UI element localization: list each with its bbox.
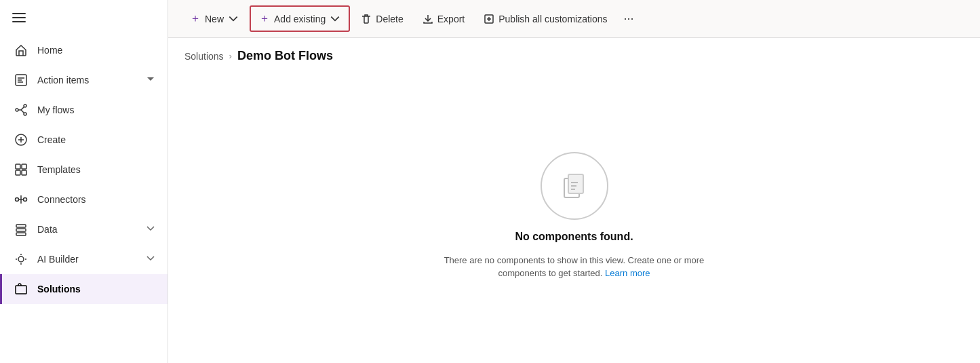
no-components-icon [557, 169, 591, 203]
empty-state: No components found. There are no compon… [168, 69, 980, 363]
sidebar-item-action-items[interactable]: Action items [0, 65, 168, 95]
svg-rect-9 [22, 164, 26, 169]
delete-label: Delete [376, 14, 403, 24]
hamburger-menu[interactable] [0, 0, 168, 35]
export-icon [423, 14, 433, 24]
learn-more-link[interactable]: Learn more [605, 268, 650, 278]
svg-rect-16 [16, 233, 26, 235]
export-label: Export [437, 14, 465, 24]
export-button[interactable]: Export [414, 9, 473, 29]
toolbar: ＋ New ＋ Add existing Delete Export [168, 0, 980, 38]
empty-state-icon-circle [541, 152, 608, 220]
svg-point-13 [24, 198, 27, 202]
sidebar-item-solutions[interactable]: Solutions [0, 274, 168, 304]
plus-icon: ＋ [190, 12, 201, 26]
publish-icon [484, 14, 494, 24]
breadcrumb-current: Demo Bot Flows [237, 49, 333, 63]
new-button[interactable]: ＋ New [182, 7, 247, 31]
svg-rect-11 [22, 170, 26, 175]
action-items-icon [14, 73, 28, 87]
home-icon [14, 43, 28, 57]
sidebar: Home Action items My flows [0, 0, 168, 363]
breadcrumb-separator: › [229, 51, 232, 61]
chevron-down-icon [146, 75, 155, 86]
sidebar-item-connectors[interactable]: Connectors [0, 185, 168, 214]
breadcrumb-solutions-link[interactable]: Solutions [184, 51, 224, 62]
chevron-down-icon [146, 224, 155, 235]
new-button-label: New [205, 14, 224, 24]
svg-rect-1 [12, 17, 26, 18]
ai-builder-icon [14, 252, 28, 266]
empty-state-subtitle-text: There are no components to show in this … [444, 255, 705, 279]
svg-point-6 [24, 113, 26, 115]
sidebar-item-my-flows[interactable]: My flows [0, 95, 168, 125]
flows-icon [14, 103, 28, 117]
add-existing-button[interactable]: ＋ Add existing [250, 5, 350, 32]
delete-icon [361, 14, 372, 24]
sidebar-item-templates-label: Templates [37, 164, 81, 175]
main-content: ＋ New ＋ Add existing Delete Export [168, 0, 980, 363]
svg-rect-14 [16, 225, 26, 227]
sidebar-item-my-flows-label: My flows [37, 104, 74, 115]
chevron-down-icon [228, 14, 239, 24]
svg-rect-0 [12, 13, 26, 14]
chevron-down-icon [146, 254, 155, 265]
publish-label: Publish all customizations [498, 14, 607, 24]
add-existing-label: Add existing [274, 14, 326, 24]
svg-rect-15 [16, 229, 26, 231]
publish-button[interactable]: Publish all customizations [475, 9, 615, 29]
sidebar-item-home-label: Home [37, 45, 62, 56]
sidebar-item-create-label: Create [37, 134, 66, 145]
svg-point-5 [24, 104, 26, 107]
svg-rect-18 [16, 286, 26, 294]
solutions-icon [14, 282, 28, 296]
templates-icon [14, 163, 28, 176]
data-icon [14, 223, 28, 236]
sidebar-item-create[interactable]: Create [0, 125, 168, 155]
breadcrumb: Solutions › Demo Bot Flows [168, 38, 980, 69]
sidebar-item-templates[interactable]: Templates [0, 155, 168, 185]
svg-rect-2 [12, 21, 26, 22]
svg-rect-8 [16, 164, 20, 169]
sidebar-item-action-items-label: Action items [37, 75, 89, 85]
svg-rect-21 [568, 174, 583, 193]
svg-point-12 [16, 198, 19, 202]
empty-state-title: No components found. [515, 231, 633, 243]
sidebar-item-ai-builder-label: AI Builder [37, 254, 79, 265]
svg-point-17 [18, 256, 24, 262]
hamburger-icon [12, 11, 26, 24]
sidebar-item-solutions-label: Solutions [37, 284, 81, 294]
connectors-icon [14, 193, 28, 206]
more-options-button[interactable]: ··· [619, 7, 640, 31]
svg-rect-10 [16, 170, 20, 175]
delete-button[interactable]: Delete [353, 9, 411, 29]
chevron-down-icon [330, 14, 340, 24]
sidebar-item-data-label: Data [37, 224, 58, 235]
sidebar-item-home[interactable]: Home [0, 35, 168, 65]
sidebar-item-connectors-label: Connectors [37, 194, 86, 205]
plus-icon: ＋ [259, 12, 270, 26]
sidebar-item-data[interactable]: Data [0, 214, 168, 244]
create-icon [14, 133, 28, 147]
more-options-icon: ··· [624, 12, 634, 26]
empty-state-subtitle: There are no components to show in this … [432, 254, 717, 280]
sidebar-item-ai-builder[interactable]: AI Builder [0, 244, 168, 274]
svg-point-4 [16, 109, 18, 111]
